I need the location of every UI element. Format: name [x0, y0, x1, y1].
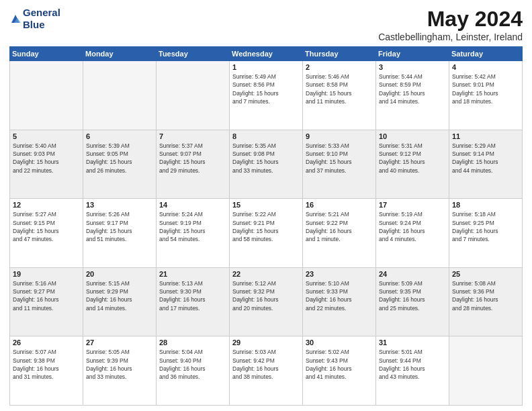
header-row: SundayMondayTuesdayWednesdayThursdayFrid…: [10, 47, 523, 61]
week-row-1: 1Sunrise: 5:49 AM Sunset: 8:56 PM Daylig…: [10, 61, 523, 130]
day-number: 17: [379, 201, 446, 209]
day-cell: 25Sunrise: 5:08 AM Sunset: 9:36 PM Dayli…: [449, 267, 523, 336]
day-number: 13: [86, 201, 153, 209]
day-number: 4: [452, 63, 519, 71]
day-cell: [449, 336, 523, 406]
day-cell: 5Sunrise: 5:40 AM Sunset: 9:03 PM Daylig…: [10, 130, 83, 199]
day-info: Sunrise: 5:26 AM Sunset: 9:17 PM Dayligh…: [86, 210, 153, 243]
title-section: May 2024 Castlebellingham, Leinster, Ire…: [378, 7, 523, 42]
day-number: 24: [379, 270, 446, 278]
day-number: 1: [232, 63, 300, 71]
day-info: Sunrise: 5:40 AM Sunset: 9:03 PM Dayligh…: [13, 142, 80, 175]
day-cell: 10Sunrise: 5:31 AM Sunset: 9:12 PM Dayli…: [376, 130, 449, 199]
calendar-table: SundayMondayTuesdayWednesdayThursdayFrid…: [9, 46, 523, 406]
page: General Blue May 2024 Castlebellingham, …: [0, 0, 532, 411]
day-cell: 24Sunrise: 5:09 AM Sunset: 9:35 PM Dayli…: [376, 267, 449, 336]
day-number: 25: [452, 270, 519, 278]
day-number: 26: [13, 338, 80, 347]
day-cell: 6Sunrise: 5:39 AM Sunset: 9:05 PM Daylig…: [83, 130, 157, 199]
day-number: 14: [159, 201, 226, 209]
day-info: Sunrise: 5:33 AM Sunset: 9:10 PM Dayligh…: [306, 142, 373, 175]
col-header-saturday: Saturday: [449, 47, 523, 61]
day-number: 28: [159, 338, 226, 347]
day-number: 27: [86, 338, 153, 347]
day-info: Sunrise: 5:01 AM Sunset: 9:44 PM Dayligh…: [379, 348, 446, 381]
day-number: 31: [379, 338, 446, 347]
day-info: Sunrise: 5:10 AM Sunset: 9:33 PM Dayligh…: [306, 279, 373, 312]
col-header-monday: Monday: [83, 47, 157, 61]
day-cell: 30Sunrise: 5:02 AM Sunset: 9:43 PM Dayli…: [303, 336, 376, 406]
day-info: Sunrise: 5:35 AM Sunset: 9:08 PM Dayligh…: [232, 142, 300, 175]
day-cell: 26Sunrise: 5:07 AM Sunset: 9:38 PM Dayli…: [10, 336, 83, 406]
day-number: 9: [306, 132, 373, 140]
day-number: 3: [379, 63, 446, 71]
day-cell: 23Sunrise: 5:10 AM Sunset: 9:33 PM Dayli…: [303, 267, 376, 336]
day-cell: 3Sunrise: 5:44 AM Sunset: 8:59 PM Daylig…: [376, 61, 449, 130]
day-info: Sunrise: 5:03 AM Sunset: 9:42 PM Dayligh…: [232, 348, 300, 381]
day-info: Sunrise: 5:18 AM Sunset: 9:25 PM Dayligh…: [452, 210, 519, 243]
day-info: Sunrise: 5:08 AM Sunset: 9:36 PM Dayligh…: [452, 279, 519, 312]
day-cell: 16Sunrise: 5:21 AM Sunset: 9:22 PM Dayli…: [303, 199, 376, 268]
day-info: Sunrise: 5:13 AM Sunset: 9:30 PM Dayligh…: [159, 279, 226, 312]
col-header-friday: Friday: [376, 47, 449, 61]
day-info: Sunrise: 5:24 AM Sunset: 9:19 PM Dayligh…: [159, 210, 226, 243]
day-info: Sunrise: 5:27 AM Sunset: 9:15 PM Dayligh…: [13, 210, 80, 243]
day-cell: 18Sunrise: 5:18 AM Sunset: 9:25 PM Dayli…: [449, 199, 523, 268]
day-cell: 11Sunrise: 5:29 AM Sunset: 9:14 PM Dayli…: [449, 130, 523, 199]
day-number: 29: [232, 338, 300, 347]
day-info: Sunrise: 5:44 AM Sunset: 8:59 PM Dayligh…: [379, 73, 446, 105]
day-number: 21: [159, 270, 226, 278]
day-cell: 13Sunrise: 5:26 AM Sunset: 9:17 PM Dayli…: [83, 199, 157, 268]
week-row-5: 26Sunrise: 5:07 AM Sunset: 9:38 PM Dayli…: [10, 336, 523, 406]
day-info: Sunrise: 5:39 AM Sunset: 9:05 PM Dayligh…: [86, 142, 153, 175]
day-cell: [157, 61, 230, 130]
day-info: Sunrise: 5:42 AM Sunset: 9:01 PM Dayligh…: [452, 73, 519, 105]
day-info: Sunrise: 5:16 AM Sunset: 9:27 PM Dayligh…: [13, 279, 80, 312]
logo-line1: General: [23, 7, 60, 19]
day-number: 8: [232, 132, 300, 140]
col-header-thursday: Thursday: [303, 47, 376, 61]
day-number: 23: [306, 270, 373, 278]
logo-line2: Blue: [23, 19, 60, 31]
week-row-2: 5Sunrise: 5:40 AM Sunset: 9:03 PM Daylig…: [10, 130, 523, 199]
header: General Blue May 2024 Castlebellingham, …: [9, 7, 523, 42]
day-info: Sunrise: 5:07 AM Sunset: 9:38 PM Dayligh…: [13, 348, 80, 381]
col-header-wednesday: Wednesday: [230, 47, 303, 61]
day-info: Sunrise: 5:04 AM Sunset: 9:40 PM Dayligh…: [159, 348, 226, 381]
week-row-4: 19Sunrise: 5:16 AM Sunset: 9:27 PM Dayli…: [10, 267, 523, 336]
day-info: Sunrise: 5:05 AM Sunset: 9:39 PM Dayligh…: [86, 348, 153, 381]
day-cell: 20Sunrise: 5:15 AM Sunset: 9:29 PM Dayli…: [83, 267, 157, 336]
day-info: Sunrise: 5:49 AM Sunset: 8:56 PM Dayligh…: [232, 73, 300, 105]
day-info: Sunrise: 5:15 AM Sunset: 9:29 PM Dayligh…: [86, 279, 153, 312]
day-cell: 14Sunrise: 5:24 AM Sunset: 9:19 PM Dayli…: [157, 199, 230, 268]
day-cell: [10, 61, 83, 130]
day-cell: 12Sunrise: 5:27 AM Sunset: 9:15 PM Dayli…: [10, 199, 83, 268]
week-row-3: 12Sunrise: 5:27 AM Sunset: 9:15 PM Dayli…: [10, 199, 523, 268]
day-cell: 7Sunrise: 5:37 AM Sunset: 9:07 PM Daylig…: [157, 130, 230, 199]
day-info: Sunrise: 5:37 AM Sunset: 9:07 PM Dayligh…: [159, 142, 226, 175]
day-number: 22: [232, 270, 300, 278]
day-info: Sunrise: 5:19 AM Sunset: 9:24 PM Dayligh…: [379, 210, 446, 243]
day-info: Sunrise: 5:31 AM Sunset: 9:12 PM Dayligh…: [379, 142, 446, 175]
day-cell: 28Sunrise: 5:04 AM Sunset: 9:40 PM Dayli…: [157, 336, 230, 406]
day-number: 20: [86, 270, 153, 278]
day-cell: 29Sunrise: 5:03 AM Sunset: 9:42 PM Dayli…: [230, 336, 303, 406]
day-cell: 15Sunrise: 5:22 AM Sunset: 9:21 PM Dayli…: [230, 199, 303, 268]
day-info: Sunrise: 5:02 AM Sunset: 9:43 PM Dayligh…: [306, 348, 373, 381]
day-number: 5: [13, 132, 80, 140]
day-number: 2: [306, 63, 373, 71]
day-cell: 1Sunrise: 5:49 AM Sunset: 8:56 PM Daylig…: [230, 61, 303, 130]
day-cell: [83, 61, 157, 130]
day-number: 18: [452, 201, 519, 209]
day-number: 16: [306, 201, 373, 209]
day-number: 12: [13, 201, 80, 209]
day-number: 30: [306, 338, 373, 347]
day-cell: 2Sunrise: 5:46 AM Sunset: 8:58 PM Daylig…: [303, 61, 376, 130]
day-info: Sunrise: 5:12 AM Sunset: 9:32 PM Dayligh…: [232, 279, 300, 312]
day-cell: 8Sunrise: 5:35 AM Sunset: 9:08 PM Daylig…: [230, 130, 303, 199]
day-cell: 22Sunrise: 5:12 AM Sunset: 9:32 PM Dayli…: [230, 267, 303, 336]
day-info: Sunrise: 5:09 AM Sunset: 9:35 PM Dayligh…: [379, 279, 446, 312]
day-number: 6: [86, 132, 153, 140]
day-number: 19: [13, 270, 80, 278]
day-cell: 17Sunrise: 5:19 AM Sunset: 9:24 PM Dayli…: [376, 199, 449, 268]
